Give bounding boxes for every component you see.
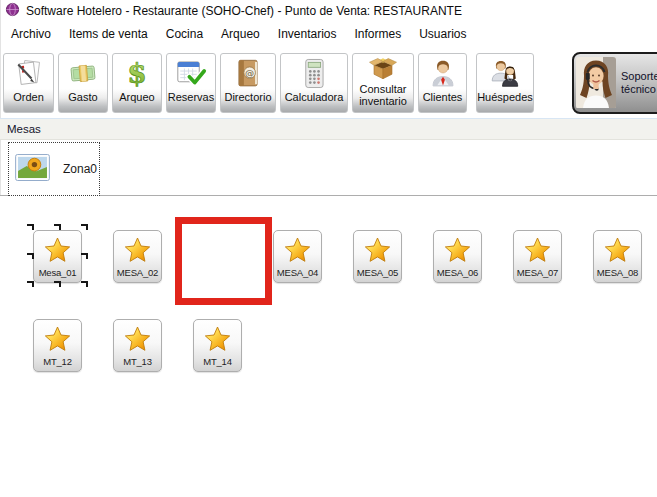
support-agent-photo	[576, 57, 616, 109]
menubar: Archivo Items de venta Cocina Arqueo Inv…	[0, 22, 657, 46]
star-icon	[203, 320, 232, 356]
toolbar-button-label: Directorio	[224, 92, 271, 104]
consultar-inventario-button[interactable]: Consultar inventario	[352, 53, 414, 113]
tab-zona0-label: Zona0	[63, 162, 97, 176]
mesa-button-mesa-08[interactable]: MESA_08	[593, 230, 642, 283]
toolbar-button-label: Orden	[13, 92, 44, 104]
mesa-button-label: Mesa_01	[39, 267, 77, 278]
toolbar-button-label: Calculadora	[285, 92, 344, 104]
mesa-button-mesa-02[interactable]: MESA_02	[113, 230, 162, 283]
toolbar-button-label: Clientes	[423, 92, 463, 104]
star-icon	[523, 231, 552, 267]
mesa-button-mesa-04[interactable]: MESA_04	[273, 230, 322, 283]
toolbar-button-label: Arqueo	[119, 92, 154, 104]
selection-handle[interactable]	[81, 253, 88, 259]
directorio-button[interactable]: @ Directorio	[220, 53, 276, 113]
mesa-button-mesa-06[interactable]: MESA_06	[433, 230, 482, 283]
menu-usuarios[interactable]: Usuarios	[410, 24, 475, 44]
selection-handle[interactable]	[81, 224, 88, 230]
menu-arqueo[interactable]: Arqueo	[212, 24, 269, 44]
mesa-button-label: MT_14	[203, 356, 232, 367]
toolbar-button-label: Huéspedes	[477, 92, 533, 104]
client-person-icon	[425, 54, 461, 92]
reservas-button[interactable]: Reservas	[166, 53, 216, 113]
svg-text:$: $	[127, 57, 147, 90]
mesas-panel-header: Mesas	[0, 118, 657, 140]
orden-button[interactable]: Orden	[3, 53, 54, 113]
selection-handle[interactable]	[27, 253, 34, 259]
calculator-icon	[296, 54, 332, 92]
clientes-button[interactable]: Clientes	[418, 53, 467, 113]
menu-informes[interactable]: Informes	[346, 24, 411, 44]
tab-zona0[interactable]: Zona0	[8, 142, 100, 196]
star-icon	[123, 231, 152, 267]
mesa-button-label: MESA_05	[357, 267, 398, 278]
mesa-button-mt-14[interactable]: MT_14	[193, 319, 242, 372]
open-box-icon	[365, 53, 401, 84]
mesa-button-label: MESA_08	[597, 267, 638, 278]
menu-archivo[interactable]: Archivo	[2, 24, 60, 44]
highlight-rectangle	[175, 217, 272, 305]
toolbar-button-label: Consultar inventario	[353, 84, 413, 107]
mesa-button-mesa-01[interactable]: Mesa_01	[33, 230, 82, 283]
huespedes-button[interactable]: Huéspedes	[476, 53, 534, 113]
window-title: Software Hotelero - Restaurante (SOHO-Ch…	[26, 4, 462, 18]
svg-text:@: @	[245, 68, 254, 78]
selection-handle[interactable]	[27, 281, 34, 287]
money-bundle-icon	[65, 54, 101, 92]
mesas-canvas: Mesa_01 MESA_02 MESA_04 MESA_05	[0, 196, 657, 497]
mesa-button-label: MT_13	[123, 356, 152, 367]
mesa-button-mt-13[interactable]: MT_13	[113, 319, 162, 372]
calculadora-button[interactable]: Calculadora	[280, 53, 348, 113]
mesa-button-label: MT_12	[43, 356, 72, 367]
mesas-panel-title: Mesas	[7, 123, 41, 135]
toolbar-button-label: Gasto	[68, 92, 97, 104]
titlebar: Software Hotelero - Restaurante (SOHO-Ch…	[0, 0, 657, 22]
gasto-button[interactable]: Gasto	[58, 53, 108, 113]
selection-handle[interactable]	[54, 224, 61, 230]
star-icon	[603, 231, 632, 267]
toolbar: Orden Gasto $ Arqu	[0, 48, 657, 118]
app-window: Software Hotelero - Restaurante (SOHO-Ch…	[0, 0, 657, 497]
arqueo-button[interactable]: $ Arqueo	[112, 53, 162, 113]
star-icon	[123, 320, 152, 356]
selection-handle[interactable]	[54, 281, 61, 287]
calendar-check-icon	[173, 54, 209, 92]
picture-icon	[15, 154, 50, 185]
address-book-icon: @	[230, 54, 266, 92]
star-icon	[43, 320, 72, 356]
mesa-button-mesa-07[interactable]: MESA_07	[513, 230, 562, 283]
star-icon	[43, 231, 72, 267]
mesa-button-mt-12[interactable]: MT_12	[33, 319, 82, 372]
star-icon	[283, 231, 312, 267]
star-icon	[443, 231, 472, 267]
menu-items-de-venta[interactable]: Items de venta	[60, 24, 157, 44]
order-notepad-icon	[11, 54, 47, 92]
menu-cocina[interactable]: Cocina	[157, 24, 212, 44]
mesa-button-mesa-05[interactable]: MESA_05	[353, 230, 402, 283]
guests-people-icon	[487, 54, 523, 92]
selection-handle[interactable]	[81, 281, 88, 287]
mesa-button-label: MESA_07	[517, 267, 558, 278]
dollar-sign-icon: $	[119, 54, 155, 92]
support-button-label: Soporte técnico	[616, 70, 657, 96]
toolbar-button-label: Reservas	[168, 92, 214, 104]
star-icon	[363, 231, 392, 267]
globe-icon	[5, 2, 20, 21]
menu-inventarios[interactable]: Inventarios	[269, 24, 346, 44]
soporte-tecnico-button[interactable]: Soporte técnico	[572, 52, 657, 114]
selection-handle[interactable]	[27, 224, 34, 230]
mesa-button-label: MESA_04	[277, 267, 318, 278]
mesa-button-label: MESA_02	[117, 267, 158, 278]
mesa-button-label: MESA_06	[437, 267, 478, 278]
